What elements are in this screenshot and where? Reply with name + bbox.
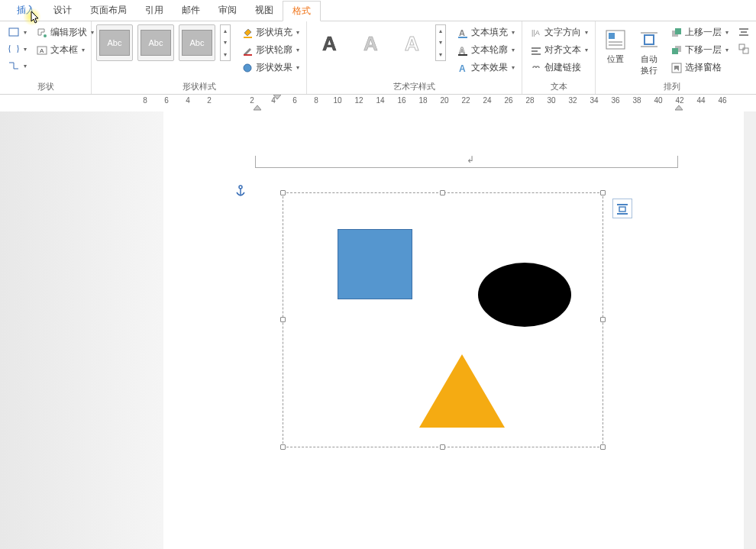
bring-forward-label: 上移一层 (685, 26, 722, 39)
ruler-tick: 8 (143, 96, 147, 105)
orange-triangle-shape[interactable] (419, 354, 505, 428)
menu-view[interactable]: 视图 (246, 1, 283, 20)
ruler-tick: 24 (483, 96, 491, 105)
text-group-label: 文本 (527, 79, 590, 94)
shape-style-gallery: Abc Abc Abc ▴▾▾ (96, 24, 231, 61)
shapes-group-label: 形状 (5, 79, 86, 94)
first-line-indent-marker[interactable] (273, 95, 281, 104)
text-direction-label: 文字方向 (544, 26, 581, 39)
text-outline-btn[interactable]: A文本轮廓▾ (454, 42, 518, 58)
resize-handle-e[interactable] (600, 317, 606, 322)
selection-pane-icon (670, 62, 683, 74)
svg-marker-36 (254, 105, 261, 110)
shape-fill-label: 形状填充 (256, 26, 292, 39)
menu-insert[interactable]: 插入 (8, 1, 44, 20)
text-box-icon: A (36, 44, 48, 57)
shape-fill-btn[interactable]: 形状填充▾ (238, 24, 302, 40)
ruler-tick: 44 (696, 96, 705, 105)
ruler-tick: 10 (333, 96, 341, 105)
create-link-btn[interactable]: 创建链接 (527, 60, 591, 76)
resize-handle-se[interactable] (600, 444, 606, 450)
align-btn[interactable] (735, 24, 753, 40)
blue-rectangle-shape[interactable] (338, 229, 412, 299)
ruler-tick: 6 (164, 96, 169, 105)
svg-marker-37 (273, 95, 281, 99)
resize-handle-ne[interactable] (600, 190, 606, 195)
text-fill-btn[interactable]: A文本填充▾ (454, 24, 518, 40)
resize-handle-w[interactable] (280, 317, 286, 322)
align-text-icon (530, 44, 542, 57)
text-fill-label: 文本填充 (471, 26, 508, 39)
menu-format[interactable]: 格式 (283, 1, 321, 21)
menu-review[interactable]: 审阅 (209, 1, 246, 20)
group-btn[interactable] (735, 41, 753, 57)
resize-handle-s[interactable] (440, 444, 445, 450)
shape-gallery-btn-3[interactable]: ▾ (5, 58, 30, 73)
shape-style-3[interactable]: Abc (179, 24, 215, 61)
position-btn[interactable]: 位置 (600, 24, 631, 68)
ruler-tick: 30 (547, 96, 555, 105)
align-icon (738, 26, 750, 38)
edit-shape-btn[interactable]: 编辑形状▾ (33, 24, 97, 40)
wordart-style-3[interactable]: A (394, 24, 431, 61)
ruler-track: 8642246810121416182022242628303234363840… (163, 95, 756, 108)
selection-pane-label: 选择窗格 (685, 61, 722, 74)
selection-pane-btn[interactable]: 选择窗格 (667, 60, 732, 76)
shape-style-1[interactable]: Abc (96, 24, 133, 61)
menu-layout[interactable]: 页面布局 (81, 1, 136, 20)
menu-bar: 插入 设计 页面布局 引用 邮件 审阅 视图 格式 (0, 0, 756, 21)
layout-options-button[interactable] (612, 199, 632, 218)
align-text-btn[interactable]: 对齐文本▾ (527, 42, 591, 58)
svg-rect-29 (672, 48, 678, 54)
shape-style-2[interactable]: Abc (137, 24, 174, 61)
svg-rect-5 (244, 54, 252, 56)
shape-style-more[interactable]: ▴▾▾ (220, 24, 231, 61)
svg-rect-16 (531, 47, 541, 49)
wrap-text-btn[interactable]: 自动换行 (634, 24, 664, 79)
ruler-tick: 28 (525, 96, 534, 105)
text-effects-btn[interactable]: A文本效果▾ (454, 60, 518, 76)
svg-rect-34 (739, 44, 745, 50)
shape-effects-btn[interactable]: 形状效果▾ (238, 60, 302, 76)
create-link-label: 创建链接 (544, 61, 581, 74)
menu-mailings[interactable]: 邮件 (173, 1, 209, 20)
page[interactable]: ↲ (163, 111, 744, 549)
ruler-tick: 6 (292, 96, 297, 105)
shape-gallery-btn[interactable]: ▾ (5, 24, 30, 40)
horizontal-ruler[interactable]: 8642246810121416182022242628303234363840… (0, 95, 756, 111)
fill-bucket-icon (241, 27, 254, 39)
ruler-tick: 36 (611, 96, 619, 105)
ruler-tick: 20 (440, 96, 448, 105)
bring-forward-btn[interactable]: 上移一层▾ (667, 24, 732, 40)
resize-handle-nw[interactable] (280, 190, 286, 195)
black-ellipse-shape[interactable] (478, 263, 571, 327)
shape-outline-label: 形状轮廓 (256, 44, 292, 57)
ruler-tick: 14 (376, 96, 384, 105)
svg-text:||A: ||A (531, 29, 540, 37)
shape-outline-btn[interactable]: 形状轮廓▾ (238, 42, 302, 58)
svg-point-6 (244, 64, 251, 72)
rect-shape-icon (8, 26, 20, 38)
shape-effects-label: 形状效果 (256, 61, 292, 74)
document-area: ↲ (0, 111, 756, 549)
shape-gallery-btn-2[interactable]: ▾ (5, 41, 30, 57)
resize-handle-sw[interactable] (280, 444, 286, 450)
send-backward-label: 下移一层 (685, 44, 722, 57)
ruler-tick: 34 (590, 96, 598, 105)
text-box-btn[interactable]: A文本框▾ (33, 42, 97, 58)
wordart-style-1[interactable]: A (312, 24, 348, 61)
wordart-more[interactable]: ▴▾▾ (435, 24, 446, 61)
link-icon (530, 62, 542, 74)
ruler-tick: 12 (354, 96, 363, 105)
resize-handle-n[interactable] (440, 190, 445, 195)
svg-rect-13 (458, 54, 467, 56)
svg-rect-42 (619, 207, 625, 212)
menu-references[interactable]: 引用 (136, 1, 173, 20)
send-backward-btn[interactable]: 下移一层▾ (667, 42, 732, 58)
text-direction-btn[interactable]: ||A文字方向▾ (527, 24, 591, 40)
ruler-tick: 22 (461, 96, 470, 105)
menu-design[interactable]: 设计 (44, 1, 81, 20)
align-text-label: 对齐文本 (544, 44, 581, 57)
ruler-tick: 8 (314, 96, 318, 105)
wordart-style-2[interactable]: A (353, 24, 389, 61)
